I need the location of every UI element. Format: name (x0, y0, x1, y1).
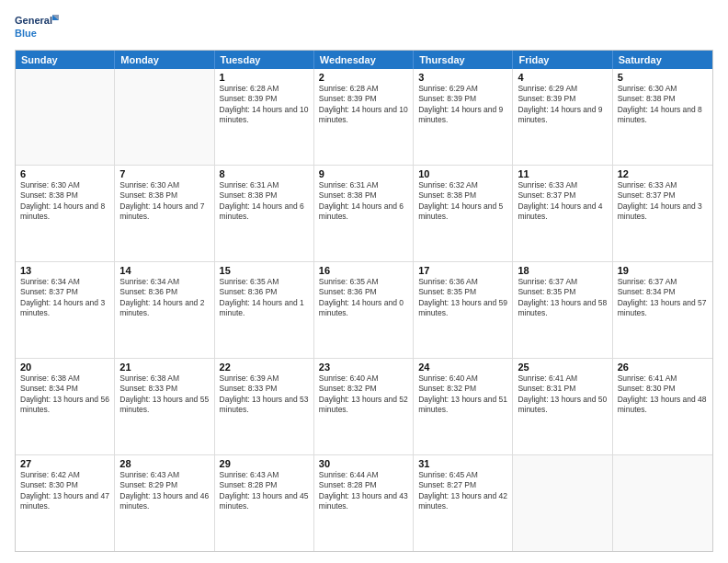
cal-cell: 8Sunrise: 6:31 AM Sunset: 8:38 PM Daylig… (215, 166, 314, 261)
cal-cell: 24Sunrise: 6:40 AM Sunset: 8:32 PM Dayli… (414, 359, 513, 454)
cell-info: Sunrise: 6:40 AM Sunset: 8:32 PM Dayligh… (319, 373, 408, 416)
calendar-body: 1Sunrise: 6:28 AM Sunset: 8:39 PM Daylig… (16, 69, 712, 551)
cal-cell: 6Sunrise: 6:30 AM Sunset: 8:38 PM Daylig… (16, 166, 115, 261)
svg-text:General: General (15, 15, 52, 26)
day-number: 27 (20, 458, 109, 469)
day-number: 20 (20, 362, 109, 373)
day-number: 29 (220, 458, 309, 469)
cal-cell: 3Sunrise: 6:29 AM Sunset: 8:39 PM Daylig… (414, 69, 513, 165)
day-number: 25 (518, 362, 607, 373)
cal-cell: 28Sunrise: 6:43 AM Sunset: 8:29 PM Dayli… (115, 455, 214, 551)
cal-cell: 14Sunrise: 6:34 AM Sunset: 8:36 PM Dayli… (115, 262, 214, 358)
day-number: 31 (418, 458, 507, 469)
cal-cell: 30Sunrise: 6:44 AM Sunset: 8:28 PM Dayli… (314, 455, 414, 551)
cell-info: Sunrise: 6:34 AM Sunset: 8:36 PM Dayligh… (119, 277, 209, 319)
header: General Blue (15, 11, 713, 44)
calendar: SundayMondayTuesdayWednesdayThursdayFrid… (15, 50, 713, 552)
cell-info: Sunrise: 6:34 AM Sunset: 8:37 PM Dayligh… (20, 277, 109, 319)
cell-info: Sunrise: 6:43 AM Sunset: 8:28 PM Dayligh… (220, 470, 309, 512)
logo-svg: General Blue (15, 11, 61, 44)
day-number: 3 (418, 72, 507, 83)
day-number: 13 (20, 265, 109, 276)
cell-info: Sunrise: 6:29 AM Sunset: 8:39 PM Dayligh… (518, 84, 607, 126)
cell-info: Sunrise: 6:39 AM Sunset: 8:33 PM Dayligh… (220, 373, 309, 416)
day-number: 28 (119, 458, 209, 469)
day-number: 6 (20, 168, 109, 179)
day-number: 24 (418, 362, 507, 373)
cal-cell: 11Sunrise: 6:33 AM Sunset: 8:37 PM Dayli… (513, 166, 612, 261)
day-number: 17 (418, 265, 507, 276)
day-number: 26 (618, 362, 708, 373)
header-cell-sunday: Sunday (16, 51, 115, 69)
cal-week-0: 1Sunrise: 6:28 AM Sunset: 8:39 PM Daylig… (16, 69, 712, 166)
cell-info: Sunrise: 6:30 AM Sunset: 8:38 PM Dayligh… (618, 84, 708, 126)
day-number: 12 (618, 168, 708, 179)
day-number: 14 (119, 265, 209, 276)
header-cell-saturday: Saturday (613, 51, 712, 69)
cell-info: Sunrise: 6:37 AM Sunset: 8:34 PM Dayligh… (618, 277, 708, 319)
cal-cell: 10Sunrise: 6:32 AM Sunset: 8:38 PM Dayli… (414, 166, 513, 261)
cal-cell: 5Sunrise: 6:30 AM Sunset: 8:38 PM Daylig… (613, 69, 712, 165)
cal-cell: 4Sunrise: 6:29 AM Sunset: 8:39 PM Daylig… (513, 69, 612, 165)
day-number: 18 (518, 265, 607, 276)
cal-cell: 16Sunrise: 6:35 AM Sunset: 8:36 PM Dayli… (314, 262, 414, 358)
cal-cell: 19Sunrise: 6:37 AM Sunset: 8:34 PM Dayli… (613, 262, 712, 358)
cal-cell (613, 455, 712, 551)
cal-cell: 20Sunrise: 6:38 AM Sunset: 8:34 PM Dayli… (16, 359, 115, 454)
day-number: 5 (618, 72, 708, 83)
day-number: 11 (518, 168, 607, 179)
day-number: 9 (319, 168, 408, 179)
cal-cell (115, 69, 214, 165)
cal-cell: 26Sunrise: 6:41 AM Sunset: 8:30 PM Dayli… (613, 359, 712, 454)
cal-week-3: 20Sunrise: 6:38 AM Sunset: 8:34 PM Dayli… (16, 359, 712, 455)
cell-info: Sunrise: 6:29 AM Sunset: 8:39 PM Dayligh… (418, 84, 507, 126)
day-number: 16 (319, 265, 408, 276)
cell-info: Sunrise: 6:31 AM Sunset: 8:38 PM Dayligh… (220, 180, 309, 223)
cal-cell: 2Sunrise: 6:28 AM Sunset: 8:39 PM Daylig… (314, 69, 414, 165)
logo: General Blue (15, 11, 61, 44)
cell-info: Sunrise: 6:38 AM Sunset: 8:34 PM Dayligh… (20, 373, 109, 416)
cell-info: Sunrise: 6:40 AM Sunset: 8:32 PM Dayligh… (418, 373, 507, 416)
day-number: 23 (319, 362, 408, 373)
day-number: 21 (119, 362, 209, 373)
header-cell-tuesday: Tuesday (215, 51, 314, 69)
day-number: 4 (518, 72, 607, 83)
cell-info: Sunrise: 6:45 AM Sunset: 8:27 PM Dayligh… (418, 470, 507, 512)
day-number: 2 (319, 72, 408, 83)
cal-cell: 23Sunrise: 6:40 AM Sunset: 8:32 PM Dayli… (314, 359, 414, 454)
cell-info: Sunrise: 6:35 AM Sunset: 8:36 PM Dayligh… (319, 277, 408, 319)
header-cell-monday: Monday (115, 51, 214, 69)
day-number: 7 (119, 168, 209, 179)
day-number: 22 (220, 362, 309, 373)
cal-week-1: 6Sunrise: 6:30 AM Sunset: 8:38 PM Daylig… (16, 166, 712, 262)
cal-cell: 21Sunrise: 6:38 AM Sunset: 8:33 PM Dayli… (115, 359, 214, 454)
header-cell-thursday: Thursday (414, 51, 513, 69)
header-cell-friday: Friday (513, 51, 612, 69)
cal-week-2: 13Sunrise: 6:34 AM Sunset: 8:37 PM Dayli… (16, 262, 712, 359)
cal-cell: 13Sunrise: 6:34 AM Sunset: 8:37 PM Dayli… (16, 262, 115, 358)
cell-info: Sunrise: 6:31 AM Sunset: 8:38 PM Dayligh… (319, 180, 408, 223)
cal-cell (16, 69, 115, 165)
cal-cell: 12Sunrise: 6:33 AM Sunset: 8:37 PM Dayli… (613, 166, 712, 261)
cal-cell: 22Sunrise: 6:39 AM Sunset: 8:33 PM Dayli… (215, 359, 314, 454)
header-cell-wednesday: Wednesday (314, 51, 414, 69)
cal-cell: 7Sunrise: 6:30 AM Sunset: 8:38 PM Daylig… (115, 166, 214, 261)
page: General Blue SundayMondayTuesdayWednesda… (0, 0, 728, 563)
day-number: 15 (220, 265, 309, 276)
cal-cell: 25Sunrise: 6:41 AM Sunset: 8:31 PM Dayli… (513, 359, 612, 454)
cal-cell: 1Sunrise: 6:28 AM Sunset: 8:39 PM Daylig… (215, 69, 314, 165)
cell-info: Sunrise: 6:41 AM Sunset: 8:31 PM Dayligh… (518, 373, 607, 416)
cell-info: Sunrise: 6:28 AM Sunset: 8:39 PM Dayligh… (319, 84, 408, 126)
cell-info: Sunrise: 6:42 AM Sunset: 8:30 PM Dayligh… (20, 470, 109, 512)
cal-cell: 31Sunrise: 6:45 AM Sunset: 8:27 PM Dayli… (414, 455, 513, 551)
day-number: 19 (618, 265, 708, 276)
svg-text:Blue: Blue (15, 28, 37, 39)
cell-info: Sunrise: 6:43 AM Sunset: 8:29 PM Dayligh… (119, 470, 209, 512)
cell-info: Sunrise: 6:44 AM Sunset: 8:28 PM Dayligh… (319, 470, 408, 512)
cell-info: Sunrise: 6:38 AM Sunset: 8:33 PM Dayligh… (119, 373, 209, 416)
cell-info: Sunrise: 6:33 AM Sunset: 8:37 PM Dayligh… (518, 180, 607, 223)
cal-cell: 17Sunrise: 6:36 AM Sunset: 8:35 PM Dayli… (414, 262, 513, 358)
cal-week-4: 27Sunrise: 6:42 AM Sunset: 8:30 PM Dayli… (16, 455, 712, 551)
calendar-header: SundayMondayTuesdayWednesdayThursdayFrid… (16, 51, 712, 69)
day-number: 1 (220, 72, 309, 83)
